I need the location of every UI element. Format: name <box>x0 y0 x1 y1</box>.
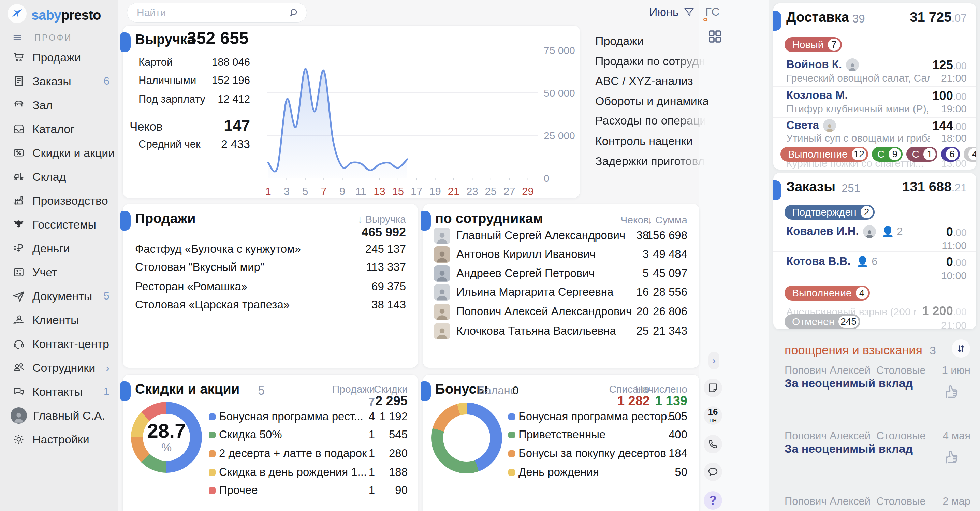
collapse-panel-button[interactable]: › <box>708 352 719 369</box>
search-icon[interactable] <box>288 7 299 19</box>
phone-button[interactable] <box>704 435 722 453</box>
app-logo[interactable] <box>8 4 27 23</box>
avatar <box>434 265 450 282</box>
reward-text[interactable]: За неоценимый вклад <box>784 377 913 390</box>
status-pill-confirmed[interactable]: Подтвержден 2 <box>784 205 875 220</box>
delivery-order-name[interactable]: Войнов К. <box>786 58 859 71</box>
balance-label: Баланс <box>477 384 516 397</box>
amount-main: 0 <box>946 255 953 269</box>
order-desc: Утиный суп с овощами и грибами <box>786 132 929 144</box>
period-filter[interactable]: Июнь <box>649 5 678 19</box>
status-pill-6[interactable]: 6 <box>941 147 960 162</box>
sidebar-item-production[interactable]: Производство <box>0 189 118 213</box>
search-input[interactable] <box>137 3 280 22</box>
sidebar-item-settings[interactable]: Настройки <box>0 427 118 451</box>
quick-link-turnover[interactable]: Обороты и динамика <box>595 94 708 110</box>
amount-frac: .00 <box>953 91 967 102</box>
avatar <box>434 323 450 339</box>
dashboard-grid-icon[interactable] <box>707 28 723 45</box>
employee-name[interactable]: Андреев Сергей Петрович <box>457 267 595 280</box>
sidebar-item-money[interactable]: Деньги <box>0 236 118 260</box>
status-pill-cancelled[interactable]: Отменен 245 <box>784 314 860 329</box>
user-avatar-initials[interactable]: ГС <box>705 5 720 18</box>
rewards-sort-button[interactable] <box>952 339 970 358</box>
calendar-button[interactable]: 16 пн <box>704 406 722 425</box>
sidebar-item-clients[interactable]: Клиенты <box>0 308 118 332</box>
sales-row-name[interactable]: Фастфуд «Булочка с кунжутом» <box>135 242 301 256</box>
order-row-name[interactable]: Котова В.В.👤6 <box>786 255 877 268</box>
sidebar-item-hall[interactable]: Зал <box>0 93 118 117</box>
sidebar-item-warehouse[interactable]: Склад <box>0 165 118 189</box>
quick-link-sales-by-employee[interactable]: Продажи по сотрудникам <box>595 54 708 70</box>
stat-value: 188 046 <box>212 56 250 68</box>
sidebar-badge: 6 <box>104 75 110 88</box>
quick-link-sales[interactable]: Продажи <box>595 35 708 50</box>
chat-button[interactable] <box>704 463 722 481</box>
col-header-sum[interactable]: ↓ Сумма <box>647 214 687 226</box>
col-header-sales[interactable]: Продажи <box>332 384 375 395</box>
legend-count: 4 <box>369 410 375 423</box>
sidebar-item-sales[interactable]: Продажи <box>0 45 118 69</box>
reward-text[interactable]: За неоценимый вклад <box>784 442 913 455</box>
employee-name[interactable]: Антонов Кирилл Иванович <box>457 248 596 261</box>
sales-row-name[interactable]: Столовая «Царская трапеза» <box>135 298 290 311</box>
quick-link-delays[interactable]: Задержки приготовления <box>595 154 708 170</box>
delivery-order-name[interactable]: Козлова М. <box>786 89 848 102</box>
sidebar-item-discounts[interactable]: Скидки и акции <box>0 141 118 165</box>
hamburger-menu-icon[interactable] <box>12 31 24 44</box>
sidebar-item-accounting[interactable]: Учет <box>0 260 118 284</box>
logo-presto: presto <box>61 8 101 22</box>
order-desc: Греческий овощной салат, Сала... <box>786 72 929 84</box>
sidebar-item-documents[interactable]: Документы 5 <box>0 284 118 308</box>
quick-link-markup-control[interactable]: Контроль наценки <box>595 134 708 150</box>
sales-row-name[interactable]: Столовая "Вкусный мир" <box>135 261 264 274</box>
col-header-checks[interactable]: Чеков <box>620 214 649 226</box>
sales-row-name[interactable]: Ресторан «Ромашка» <box>135 280 247 293</box>
svg-text:3: 3 <box>284 186 290 197</box>
status-pill-c9[interactable]: С9 <box>872 147 903 162</box>
employee-name[interactable]: Клочкова Татьяна Васильевна <box>457 325 616 337</box>
delivery-order-name[interactable]: Света <box>786 119 836 132</box>
status-pill-new[interactable]: Новый 7 <box>784 37 842 52</box>
sort-control[interactable]: ↓ Выручка <box>358 213 406 225</box>
stat-label: Наличными <box>138 74 196 87</box>
sidebar-item-employees[interactable]: Сотрудники › <box>0 356 118 380</box>
thumbs-up-icon <box>942 448 961 467</box>
sidebar-item-gov[interactable]: Госсистемы <box>0 213 118 236</box>
status-pill-c1[interactable]: С1 <box>906 147 937 162</box>
status-pill-progress[interactable]: Выполнение12 <box>780 147 868 162</box>
quick-link-abc-xyz[interactable]: ABC / XYZ-анализ <box>595 74 708 90</box>
checks-label: Чеков <box>130 120 163 134</box>
customer-name: Войнов К. <box>786 58 842 71</box>
help-button[interactable]: ? <box>704 491 722 509</box>
sidebar: sabypresto ПРОФИ Продажи Заказы 6 Зал Ка… <box>0 0 118 511</box>
sales-title: Продажи <box>135 211 196 226</box>
right-panel: Доставка 39 31 725.07 Новый 7 Войнов К. … <box>769 0 980 511</box>
app-wordmark[interactable]: sabypresto <box>31 8 101 23</box>
factory-icon <box>11 193 26 208</box>
card-accent <box>421 381 431 401</box>
checks-value: 147 <box>224 116 250 135</box>
status-pill-4[interactable]: 4 <box>964 147 976 162</box>
status-pill-progress[interactable]: Выполнение 4 <box>784 285 870 301</box>
filter-funnel-icon[interactable] <box>682 5 696 19</box>
sales-row-value: 69 375 <box>371 280 406 293</box>
col-header-accrued[interactable]: Начислено <box>635 384 687 395</box>
quick-link-expenses[interactable]: Расходы по операциям <box>595 114 708 130</box>
headset-icon <box>11 336 26 351</box>
sidebar-item-catalog[interactable]: Каталог <box>0 117 118 141</box>
balance-value: 0 <box>512 384 519 397</box>
notes-button[interactable] <box>704 379 722 397</box>
employee-name[interactable]: Попович Алексей Александрович <box>457 305 632 318</box>
col-header-discounts[interactable]: Скидки <box>374 384 407 395</box>
employee-name[interactable]: Главный Сергей Александрович <box>457 229 625 242</box>
pill-count: 12 <box>852 148 866 160</box>
sidebar-item-profile[interactable]: Главный С.А. <box>0 404 118 427</box>
employee-name[interactable]: Ильина Маргарита Сергеевна <box>457 285 613 298</box>
order-row-name[interactable]: Ковалев И.Н.👤2 <box>786 225 902 238</box>
employee-sum: 21 343 <box>653 325 687 337</box>
sidebar-item-contacts[interactable]: Контакты 1 <box>0 380 118 404</box>
sidebar-item-orders[interactable]: Заказы 6 <box>0 69 118 93</box>
sidebar-item-contact-center[interactable]: Контакт-центр <box>0 332 118 356</box>
gear-icon <box>11 432 26 447</box>
